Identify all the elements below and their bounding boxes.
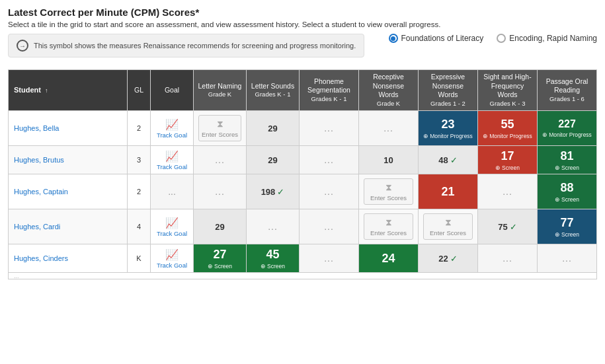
table-cell-number: 29 bbox=[247, 146, 300, 174]
check-icon: ✓ bbox=[510, 222, 517, 232]
radio-circle-foundations bbox=[389, 34, 398, 43]
table-cell-enter[interactable]: ⧗ Enter Scores bbox=[359, 174, 419, 209]
enter-scores-button[interactable]: ⧗ Enter Scores bbox=[364, 178, 413, 205]
table-cell-dots: ... bbox=[300, 111, 359, 146]
enter-scores-button[interactable]: ⧗ Enter Scores bbox=[364, 213, 413, 240]
radio-dot-foundations bbox=[391, 36, 395, 41]
table-cell-goal[interactable]: 📈 Track Goal bbox=[151, 146, 194, 174]
chart-icon: 📈 bbox=[165, 118, 179, 131]
track-goal-button[interactable]: 📈 Track Goal bbox=[154, 217, 190, 237]
table-cell-colored[interactable]: 55 ⊕Monitor Progress bbox=[478, 111, 538, 146]
table-cell-colored[interactable]: 45 ⊕Screen bbox=[247, 244, 300, 273]
table-header-row: Student ↑ GL Goal Letter Naming Grade K … bbox=[9, 70, 597, 111]
table-cell-enter[interactable]: ⧗ Enter Scores bbox=[359, 209, 419, 244]
table-cell-goal-dots: ... bbox=[151, 174, 194, 209]
th-letter-sounds: Letter Sounds Grades K - 1 bbox=[247, 70, 300, 111]
table-row: Hughes, Captain 2 ... ... 198 ✓ ... ⧗ En… bbox=[9, 174, 597, 209]
track-goal-button[interactable]: 📈 Track Goal bbox=[154, 248, 190, 269]
th-letter-naming: Letter Naming Grade K bbox=[194, 70, 247, 111]
hourglass-icon: ⧗ bbox=[385, 182, 392, 193]
table-cell-number: 29 bbox=[194, 209, 247, 244]
th-phoneme-seg: Phoneme Segmentation Grades K - 1 bbox=[300, 70, 359, 111]
table-body: Hughes, Bella 2 📈 Track Goal ⧗ Enter Sco… bbox=[9, 111, 597, 273]
chart-icon: 📈 bbox=[165, 150, 179, 163]
th-student: Student ↑ bbox=[9, 70, 128, 111]
track-goal-button[interactable]: 📈 Track Goal bbox=[154, 150, 190, 170]
enter-scores-button[interactable]: ⧗ Enter Scores bbox=[198, 115, 241, 141]
table-cell-colored[interactable]: 227 ⊕Monitor Progress bbox=[538, 111, 597, 146]
radio-label-encoding: Encoding, Rapid Naming bbox=[509, 34, 597, 43]
filter-row: Foundations of Literacy Encoding, Rapid … bbox=[389, 34, 598, 43]
hourglass-icon: ⧗ bbox=[217, 118, 223, 129]
info-box: → This symbol shows the measures Renaiss… bbox=[8, 34, 364, 57]
table-cell-goal[interactable]: 📈 Track Goal bbox=[151, 111, 194, 146]
table-cell-check: 22 ✓ bbox=[419, 244, 478, 273]
th-receptive-nonsense: Receptive Nonsense Words Grade K bbox=[359, 70, 419, 111]
table-row: Hughes, Brutus 3 📈 Track Goal ... 29 ...… bbox=[9, 146, 597, 174]
table-cell-dots: ... bbox=[300, 209, 359, 244]
table-cell-gl: K bbox=[128, 244, 151, 273]
table-cell-number: 29 bbox=[247, 111, 300, 146]
table-cell-gl: 2 bbox=[128, 111, 151, 146]
table-cell-dots: ... bbox=[478, 244, 538, 273]
hourglass-icon: ⧗ bbox=[445, 217, 452, 228]
table-cell-goal[interactable]: 📈 Track Goal bbox=[151, 244, 194, 273]
table-row: Hughes, Cardi 4 📈 Track Goal 29 ... ... … bbox=[9, 209, 597, 244]
check-icon: ✓ bbox=[277, 187, 284, 197]
th-gl: GL bbox=[128, 70, 151, 111]
table-row: Hughes, Cinders K 📈 Track Goal 27 ⊕Scree… bbox=[9, 244, 597, 273]
check-icon: ✓ bbox=[450, 254, 458, 264]
table-cell-colored[interactable]: 77 ⊕Screen bbox=[538, 209, 597, 244]
table-cell-check: 48 ✓ bbox=[419, 146, 478, 174]
scores-table: Student ↑ GL Goal Letter Naming Grade K … bbox=[8, 69, 597, 273]
hourglass-icon: ⧗ bbox=[385, 217, 392, 228]
radio-foundations[interactable]: Foundations of Literacy bbox=[389, 34, 484, 43]
table-cell-student-name[interactable]: Hughes, Brutus bbox=[9, 146, 128, 174]
radio-encoding[interactable]: Encoding, Rapid Naming bbox=[497, 34, 597, 43]
th-passage-oral: Passage Oral Reading Grades 1 - 6 bbox=[538, 70, 597, 111]
track-goal-button[interactable]: 📈 Track Goal bbox=[154, 118, 190, 139]
table-cell-dots: ... bbox=[300, 146, 359, 174]
table-cell-dots: ... bbox=[359, 111, 419, 146]
table-cell-enter[interactable]: ⧗ Enter Scores bbox=[194, 111, 247, 146]
enter-scores-button[interactable]: ⧗ Enter Scores bbox=[423, 213, 473, 240]
radio-circle-encoding bbox=[497, 34, 506, 43]
sort-arrow-icon: ↑ bbox=[45, 87, 48, 94]
table-cell-gl: 4 bbox=[128, 209, 151, 244]
table-cell-dots: ... bbox=[247, 209, 300, 244]
table-cell-colored[interactable]: 27 ⊕Screen bbox=[194, 244, 247, 273]
table-cell-colored[interactable]: 21 bbox=[419, 174, 478, 209]
table-cell-colored[interactable]: 23 ⊕Monitor Progress bbox=[419, 111, 478, 146]
table-cell-dots: ... bbox=[478, 174, 538, 209]
th-goal: Goal bbox=[151, 70, 194, 111]
radio-label-foundations: Foundations of Literacy bbox=[401, 34, 484, 43]
table-cell-check: 198 ✓ bbox=[247, 174, 300, 209]
th-expressive-nonsense: Expressive Nonsense Words Grades 1 - 2 bbox=[419, 70, 478, 111]
th-sight-words: Sight and High-Frequency Words Grades K … bbox=[478, 70, 538, 111]
chart-icon: 📈 bbox=[165, 248, 179, 261]
table-cell-student-name[interactable]: Hughes, Cinders bbox=[9, 244, 128, 273]
check-icon: ✓ bbox=[450, 155, 458, 165]
table-cell-goal[interactable]: 📈 Track Goal bbox=[151, 209, 194, 244]
table-cell-student-name[interactable]: Hughes, Cardi bbox=[9, 209, 128, 244]
page-title: Latest Correct per Minute (CPM) Scores* bbox=[8, 7, 597, 18]
table-cell-enter[interactable]: ⧗ Enter Scores bbox=[419, 209, 478, 244]
table-cell-dots: ... bbox=[194, 174, 247, 209]
table-cell-dots: ... bbox=[300, 174, 359, 209]
table-cell-colored[interactable]: 17 ⊕Screen bbox=[478, 146, 538, 174]
table-cell-dots: ... bbox=[194, 146, 247, 174]
info-icon: → bbox=[17, 40, 28, 52]
table-row: Hughes, Bella 2 📈 Track Goal ⧗ Enter Sco… bbox=[9, 111, 597, 146]
table-cell-student-name[interactable]: Hughes, Captain bbox=[9, 174, 128, 209]
table-cell-colored[interactable]: 88 ⊕Screen bbox=[538, 174, 597, 209]
table-cell-dots: ... bbox=[300, 244, 359, 273]
table-cell-gl: 3 bbox=[128, 146, 151, 174]
table-cell-student-name[interactable]: Hughes, Bella bbox=[9, 111, 128, 146]
chart-icon: 📈 bbox=[165, 217, 179, 229]
table-cell-number: 10 bbox=[359, 146, 419, 174]
table-cell-colored[interactable]: 81 ⊕Screen bbox=[538, 146, 597, 174]
page-subtitle: Select a tile in the grid to start and s… bbox=[8, 20, 597, 28]
table-cell-check: 75 ✓ bbox=[478, 209, 538, 244]
table-cell-gl: 2 bbox=[128, 174, 151, 209]
table-cell-colored[interactable]: 24 bbox=[359, 244, 419, 273]
